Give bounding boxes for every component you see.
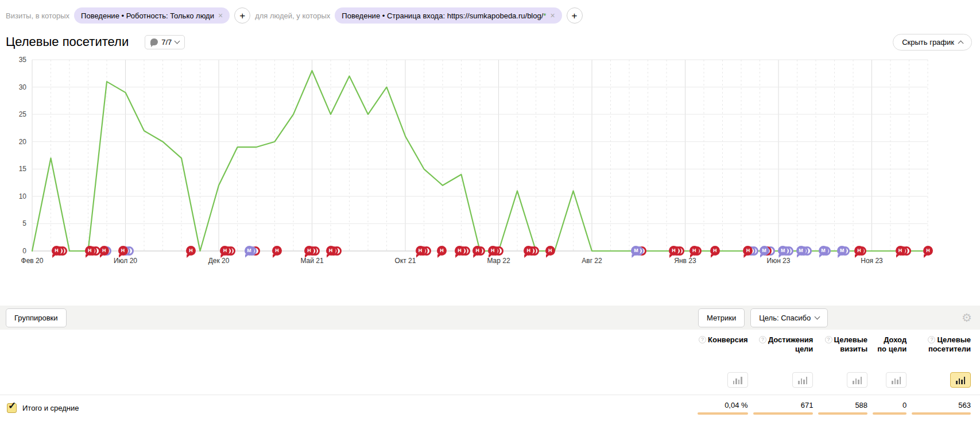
groupings-button[interactable]: Группировки <box>6 308 67 327</box>
comment-marker-h[interactable]: Н <box>220 246 230 256</box>
visits-filter-label: Визиты, в которых <box>6 11 69 20</box>
comment-bubble-icon: Н <box>896 246 905 256</box>
goal-select-label: Цель: Спасибо <box>759 314 811 322</box>
comment-marker-h[interactable]: Н <box>488 246 498 256</box>
page-title: Целевые посетители <box>6 34 129 49</box>
bar-chart-icon <box>798 377 807 384</box>
comment-bubble-icon: Н <box>99 246 109 256</box>
metric-total-value: 563 <box>958 401 971 409</box>
comment-bubble-icon: Н <box>923 246 933 256</box>
comment-marker-h[interactable]: Н <box>545 246 555 256</box>
metric-column-title: Доход по цели <box>877 335 907 353</box>
comment-marker-m[interactable]: М <box>796 246 806 256</box>
comment-bubble-icon: М <box>796 246 806 256</box>
metrics-table-header: ?Конверсия?Достижения цели?Целевые визит… <box>0 330 980 388</box>
chevron-down-icon <box>815 314 820 319</box>
close-icon[interactable]: × <box>550 11 555 20</box>
comment-bubble-icon: М <box>760 246 769 256</box>
value-underline <box>873 412 907 415</box>
comment-marker-h[interactable]: Н <box>99 246 109 256</box>
check-icon: ✓ <box>8 400 16 412</box>
comment-marker-h[interactable]: Н <box>690 246 699 256</box>
comment-marker-h[interactable]: Н <box>923 246 933 256</box>
bar-chart-metric-toggle-icon[interactable] <box>950 372 971 388</box>
metric-total-value: 0 <box>902 401 907 409</box>
comment-marker-h[interactable]: Н <box>437 246 447 256</box>
comment-marker-h[interactable]: Н <box>304 246 314 256</box>
bar-chart-metric-toggle-icon[interactable] <box>792 372 813 388</box>
comment-marker-h[interactable]: Н <box>272 246 282 256</box>
comment-marker-h[interactable]: Н <box>710 246 720 256</box>
comment-marker-m[interactable]: М <box>760 246 769 256</box>
comment-bubble-icon: Н <box>416 246 425 256</box>
comment-marker-h[interactable]: Н <box>186 246 196 256</box>
bar-chart-icon <box>892 377 901 384</box>
comment-marker-m[interactable]: М <box>245 246 254 256</box>
metric-total-cell: 588 <box>818 401 867 415</box>
filter-chip-robotness[interactable]: Поведение • Роботность: Только люди × <box>74 7 230 24</box>
comment-bubble-icon: Н <box>854 246 864 256</box>
comment-bubble-icon <box>150 38 158 45</box>
totals-checkbox[interactable]: ✓ <box>7 403 17 413</box>
comments-badge[interactable]: 7/7 <box>145 35 185 49</box>
comment-marker-h[interactable]: Н <box>743 246 753 256</box>
comment-bubble-icon: Н <box>272 246 282 256</box>
comment-bubble-icon: Н <box>186 246 196 256</box>
comment-bubble-icon: Н <box>304 246 314 256</box>
comment-marker-h[interactable]: Н <box>118 246 128 256</box>
filter-chip-landing-page[interactable]: Поведение • Страница входа: https://sumk… <box>335 7 561 24</box>
comment-marker-h[interactable]: Н <box>326 246 336 256</box>
goal-select[interactable]: Цель: Спасибо <box>750 308 828 327</box>
comment-marker-h[interactable]: Н <box>52 246 61 256</box>
comment-marker-h[interactable]: Н <box>896 246 905 256</box>
metric-total-value: 671 <box>801 401 814 409</box>
comment-marker-m[interactable]: М <box>837 246 847 256</box>
comment-marker-h[interactable]: Н <box>455 246 464 256</box>
comment-marker-h[interactable]: Н <box>669 246 679 256</box>
people-filter-label: для людей, у которых <box>255 11 330 20</box>
bar-chart-metric-toggle-icon[interactable] <box>847 372 867 388</box>
metric-total-cell: 671 <box>753 401 814 415</box>
metric-column-label: ?Целевые посетители <box>912 335 971 372</box>
bar-chart-metric-toggle-icon[interactable] <box>727 372 748 388</box>
metrics-button[interactable]: Метрики <box>698 308 745 327</box>
metric-total-cell: 0 <box>873 401 907 415</box>
comment-marker-h[interactable]: Н <box>524 246 533 256</box>
help-icon[interactable]: ? <box>825 336 832 343</box>
comment-marker-m[interactable]: М <box>819 246 828 256</box>
add-people-filter-button[interactable]: + <box>567 7 583 24</box>
metric-column-title: Достижения цели <box>768 335 813 353</box>
comment-marker-m[interactable]: М <box>778 246 788 256</box>
metric-column-label: ?Достижения цели <box>753 335 814 372</box>
comment-marker-h[interactable]: Н <box>472 246 482 256</box>
hide-chart-button[interactable]: Скрыть график <box>893 34 972 51</box>
gear-icon[interactable]: ⚙ <box>962 312 972 323</box>
comment-bubble-icon: Н <box>85 246 95 256</box>
table-toolbar: Группировки Метрики Цель: Спасибо ⚙ <box>0 306 980 330</box>
comment-bubble-icon: Н <box>118 246 128 256</box>
close-icon[interactable]: × <box>218 11 223 20</box>
bar-chart-icon <box>956 377 965 384</box>
comment-marker-m[interactable]: М <box>631 246 641 256</box>
metrics-tools: Метрики Цель: Спасибо ⚙ <box>698 308 972 327</box>
metric-total-value: 0,04 % <box>725 401 747 409</box>
metric-column-header: Доход по цели <box>873 335 907 388</box>
metric-column-label: ?Конверсия <box>699 335 748 372</box>
url-wildcard: * <box>543 11 546 20</box>
metric-column-header: ?Конверсия <box>698 335 748 388</box>
metric-column-header: ?Целевые посетители <box>912 335 971 388</box>
visitors-line-chart: 05101520253035Фев 20Июл 20Дек 20Май 21Ок… <box>5 54 969 273</box>
bar-chart-metric-toggle-icon[interactable] <box>886 372 907 388</box>
help-icon[interactable]: ? <box>928 336 935 343</box>
bar-chart-icon <box>853 377 862 384</box>
help-icon[interactable]: ? <box>699 336 706 343</box>
add-visit-filter-button[interactable]: + <box>234 7 250 24</box>
help-icon[interactable]: ? <box>759 336 766 343</box>
comment-bubble-icon: М <box>819 246 828 256</box>
chart-header: Целевые посетители 7/7 Скрыть график <box>0 28 980 54</box>
comment-marker-h[interactable]: Н <box>85 246 95 256</box>
comment-bubble-icon: М <box>245 246 254 256</box>
comment-marker-h[interactable]: Н <box>416 246 425 256</box>
table-header-spacer <box>0 335 698 388</box>
comment-marker-h[interactable]: Н <box>854 246 864 256</box>
